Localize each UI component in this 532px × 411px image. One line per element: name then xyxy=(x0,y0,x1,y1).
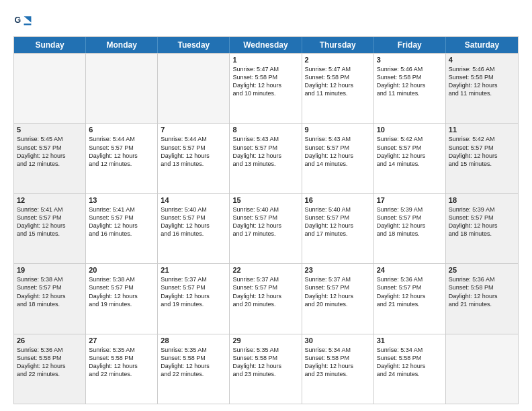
calendar-day-23: 23Sunrise: 5:37 AM Sunset: 5:57 PM Dayli… xyxy=(302,264,374,333)
calendar-day-17: 17Sunrise: 5:39 AM Sunset: 5:57 PM Dayli… xyxy=(374,194,446,263)
day-info: Sunrise: 5:39 AM Sunset: 5:57 PM Dayligh… xyxy=(377,205,443,238)
day-number: 22 xyxy=(232,266,298,274)
calendar-day-2: 2Sunrise: 5:47 AM Sunset: 5:58 PM Daylig… xyxy=(302,54,374,123)
calendar-day-3: 3Sunrise: 5:46 AM Sunset: 5:58 PM Daylig… xyxy=(374,54,446,123)
day-number: 6 xyxy=(89,126,154,134)
day-info: Sunrise: 5:37 AM Sunset: 5:57 PM Dayligh… xyxy=(232,275,298,308)
day-number: 1 xyxy=(232,56,298,64)
day-number: 25 xyxy=(449,266,515,274)
calendar-row-1: 5Sunrise: 5:45 AM Sunset: 5:57 PM Daylig… xyxy=(14,123,518,193)
day-number: 10 xyxy=(377,126,443,134)
day-info: Sunrise: 5:36 AM Sunset: 5:58 PM Dayligh… xyxy=(17,346,83,379)
weekday-header-sunday: Sunday xyxy=(14,37,86,53)
day-info: Sunrise: 5:40 AM Sunset: 5:57 PM Dayligh… xyxy=(305,205,371,238)
calendar-row-3: 19Sunrise: 5:38 AM Sunset: 5:57 PM Dayli… xyxy=(14,263,518,333)
day-info: Sunrise: 5:36 AM Sunset: 5:57 PM Dayligh… xyxy=(377,275,443,308)
day-info: Sunrise: 5:47 AM Sunset: 5:58 PM Dayligh… xyxy=(305,65,371,98)
weekday-header-monday: Monday xyxy=(86,37,158,53)
day-number: 11 xyxy=(449,126,515,134)
calendar-day-7: 7Sunrise: 5:44 AM Sunset: 5:57 PM Daylig… xyxy=(158,124,230,193)
day-number: 20 xyxy=(89,266,154,274)
day-number: 21 xyxy=(161,266,226,274)
day-info: Sunrise: 5:35 AM Sunset: 5:58 PM Dayligh… xyxy=(89,346,154,379)
day-info: Sunrise: 5:39 AM Sunset: 5:57 PM Dayligh… xyxy=(449,205,515,238)
day-info: Sunrise: 5:34 AM Sunset: 5:58 PM Dayligh… xyxy=(305,346,371,379)
weekday-header-thursday: Thursday xyxy=(302,37,374,53)
calendar-day-16: 16Sunrise: 5:40 AM Sunset: 5:57 PM Dayli… xyxy=(302,194,374,263)
weekday-header-saturday: Saturday xyxy=(446,37,518,53)
day-info: Sunrise: 5:37 AM Sunset: 5:57 PM Dayligh… xyxy=(161,275,226,308)
calendar-empty-cell xyxy=(86,54,158,123)
calendar-day-5: 5Sunrise: 5:45 AM Sunset: 5:57 PM Daylig… xyxy=(14,124,86,193)
day-info: Sunrise: 5:40 AM Sunset: 5:57 PM Dayligh… xyxy=(232,205,298,238)
calendar-day-29: 29Sunrise: 5:35 AM Sunset: 5:58 PM Dayli… xyxy=(230,334,302,404)
calendar-day-11: 11Sunrise: 5:42 AM Sunset: 5:57 PM Dayli… xyxy=(446,124,518,193)
calendar-empty-cell xyxy=(446,334,518,404)
day-number: 7 xyxy=(161,126,226,134)
day-number: 12 xyxy=(17,196,83,204)
day-number: 3 xyxy=(377,56,443,64)
weekday-header-tuesday: Tuesday xyxy=(158,37,230,53)
calendar-day-9: 9Sunrise: 5:43 AM Sunset: 5:57 PM Daylig… xyxy=(302,124,374,193)
day-number: 17 xyxy=(377,196,443,204)
calendar-day-14: 14Sunrise: 5:40 AM Sunset: 5:57 PM Dayli… xyxy=(158,194,230,263)
calendar-day-27: 27Sunrise: 5:35 AM Sunset: 5:58 PM Dayli… xyxy=(86,334,158,404)
day-info: Sunrise: 5:36 AM Sunset: 5:58 PM Dayligh… xyxy=(449,275,515,308)
calendar-day-13: 13Sunrise: 5:41 AM Sunset: 5:57 PM Dayli… xyxy=(86,194,158,263)
day-number: 29 xyxy=(232,336,298,345)
day-number: 13 xyxy=(89,196,154,204)
header: G xyxy=(13,12,519,31)
day-number: 4 xyxy=(449,56,515,64)
calendar-day-8: 8Sunrise: 5:43 AM Sunset: 5:57 PM Daylig… xyxy=(230,124,302,193)
calendar-day-18: 18Sunrise: 5:39 AM Sunset: 5:57 PM Dayli… xyxy=(446,194,518,263)
weekday-header-wednesday: Wednesday xyxy=(230,37,302,53)
calendar-day-20: 20Sunrise: 5:38 AM Sunset: 5:57 PM Dayli… xyxy=(86,264,158,333)
calendar-day-26: 26Sunrise: 5:36 AM Sunset: 5:58 PM Dayli… xyxy=(14,334,86,404)
day-number: 23 xyxy=(305,266,371,274)
day-info: Sunrise: 5:46 AM Sunset: 5:58 PM Dayligh… xyxy=(449,65,515,98)
day-number: 31 xyxy=(377,336,443,345)
calendar-day-22: 22Sunrise: 5:37 AM Sunset: 5:57 PM Dayli… xyxy=(230,264,302,333)
calendar-body: 1Sunrise: 5:47 AM Sunset: 5:58 PM Daylig… xyxy=(14,53,518,404)
day-info: Sunrise: 5:42 AM Sunset: 5:57 PM Dayligh… xyxy=(377,135,443,168)
day-info: Sunrise: 5:34 AM Sunset: 5:58 PM Dayligh… xyxy=(377,346,443,379)
day-number: 14 xyxy=(161,196,226,204)
day-number: 28 xyxy=(161,336,226,345)
day-info: Sunrise: 5:43 AM Sunset: 5:57 PM Dayligh… xyxy=(305,135,371,168)
day-info: Sunrise: 5:45 AM Sunset: 5:57 PM Dayligh… xyxy=(17,135,83,168)
calendar-day-6: 6Sunrise: 5:44 AM Sunset: 5:57 PM Daylig… xyxy=(86,124,158,193)
calendar-day-19: 19Sunrise: 5:38 AM Sunset: 5:57 PM Dayli… xyxy=(14,264,86,333)
svg-text:G: G xyxy=(15,15,21,25)
calendar-day-25: 25Sunrise: 5:36 AM Sunset: 5:58 PM Dayli… xyxy=(446,264,518,333)
day-number: 15 xyxy=(232,196,298,204)
day-info: Sunrise: 5:41 AM Sunset: 5:57 PM Dayligh… xyxy=(17,205,83,238)
day-number: 19 xyxy=(17,266,83,274)
day-number: 30 xyxy=(305,336,371,345)
day-info: Sunrise: 5:47 AM Sunset: 5:58 PM Dayligh… xyxy=(232,65,298,98)
day-number: 26 xyxy=(17,336,83,345)
day-number: 5 xyxy=(17,126,83,134)
day-number: 2 xyxy=(305,56,371,64)
logo-icon: G xyxy=(13,12,32,31)
calendar-day-24: 24Sunrise: 5:36 AM Sunset: 5:57 PM Dayli… xyxy=(374,264,446,333)
day-info: Sunrise: 5:46 AM Sunset: 5:58 PM Dayligh… xyxy=(377,65,443,98)
day-info: Sunrise: 5:44 AM Sunset: 5:57 PM Dayligh… xyxy=(89,135,154,168)
day-number: 8 xyxy=(232,126,298,134)
day-number: 24 xyxy=(377,266,443,274)
day-info: Sunrise: 5:42 AM Sunset: 5:57 PM Dayligh… xyxy=(449,135,515,168)
day-info: Sunrise: 5:38 AM Sunset: 5:57 PM Dayligh… xyxy=(17,275,83,308)
day-info: Sunrise: 5:44 AM Sunset: 5:57 PM Dayligh… xyxy=(161,135,226,168)
day-info: Sunrise: 5:40 AM Sunset: 5:57 PM Dayligh… xyxy=(161,205,226,238)
calendar-day-30: 30Sunrise: 5:34 AM Sunset: 5:58 PM Dayli… xyxy=(302,334,374,404)
calendar-header: SundayMondayTuesdayWednesdayThursdayFrid… xyxy=(14,37,518,53)
calendar-row-4: 26Sunrise: 5:36 AM Sunset: 5:58 PM Dayli… xyxy=(14,334,518,404)
svg-rect-3 xyxy=(24,24,32,25)
calendar-day-28: 28Sunrise: 5:35 AM Sunset: 5:58 PM Dayli… xyxy=(158,334,230,404)
calendar-row-2: 12Sunrise: 5:41 AM Sunset: 5:57 PM Dayli… xyxy=(14,193,518,263)
day-number: 18 xyxy=(449,196,515,204)
calendar-day-31: 31Sunrise: 5:34 AM Sunset: 5:58 PM Dayli… xyxy=(374,334,446,404)
day-info: Sunrise: 5:37 AM Sunset: 5:57 PM Dayligh… xyxy=(305,275,371,308)
logo: G xyxy=(13,12,35,31)
calendar-empty-cell xyxy=(158,54,230,123)
calendar-row-0: 1Sunrise: 5:47 AM Sunset: 5:58 PM Daylig… xyxy=(14,53,518,123)
